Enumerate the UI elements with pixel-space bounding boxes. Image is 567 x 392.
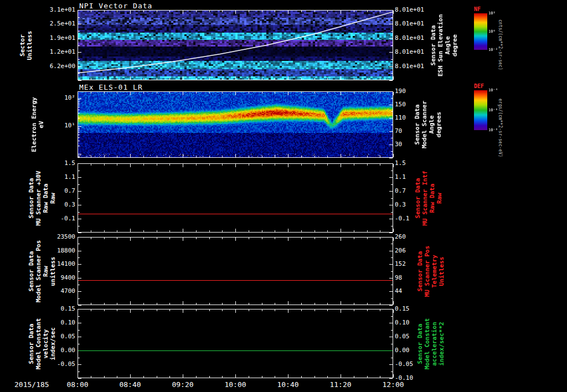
model-scanner-pos-right-tick-label: 260 — [395, 234, 406, 240]
axis-tick — [143, 92, 144, 94]
axis-tick — [169, 238, 170, 239]
npi-right-axis-title: Sensor Data — [430, 10, 436, 80]
axis-tick — [389, 278, 393, 278]
axis-tick — [157, 303, 157, 305]
axis-tick — [209, 230, 210, 232]
axis-tick — [380, 156, 380, 157]
axis-tick — [222, 164, 223, 166]
colorbar-def-units: ergs/(cm**2-sr-sec-eV) — [497, 86, 503, 169]
model-constant-velocity-left-axis-title: Sensor Data — [28, 309, 34, 378]
axis-tick — [169, 92, 170, 94]
axis-tick — [222, 238, 223, 239]
axis-tick — [288, 310, 288, 313]
axis-tick — [288, 76, 288, 80]
model-constant-velocity-right-tick-label: 0.10 — [395, 319, 410, 326]
colorbar-nf-label: NF — [474, 6, 481, 12]
axis-tick — [78, 99, 81, 99]
axis-tick — [391, 212, 393, 213]
axis-tick — [143, 238, 144, 239]
mu-scanner-30v-right-axis-title: MU Scanner Intf — [421, 163, 428, 233]
axis-tick — [262, 156, 262, 157]
axis-tick — [235, 92, 236, 95]
axis-tick — [391, 31, 393, 32]
axis-tick — [78, 257, 80, 258]
model-scanner-pos-plot-area[interactable] — [78, 237, 393, 305]
axis-tick — [169, 156, 170, 157]
axis-tick — [391, 358, 393, 358]
axis-tick — [389, 118, 393, 118]
model-scanner-pos-left-axis-title: Model Scanner Pos — [35, 237, 42, 305]
mu-scanner-30v-plot-area[interactable] — [78, 163, 393, 233]
axis-tick — [389, 145, 393, 145]
npi-left-tick-label: 3.1e+01 — [33, 7, 75, 13]
axis-tick — [157, 238, 157, 239]
axis-tick — [315, 303, 315, 305]
axis-tick — [78, 316, 80, 317]
axis-tick — [354, 230, 354, 232]
model-scanner-pos-right-axis-title: Sensor Data — [416, 237, 423, 305]
axis-tick — [235, 301, 236, 305]
axis-tick — [78, 38, 81, 39]
axis-tick — [367, 78, 368, 80]
axis-tick — [235, 229, 236, 232]
npi-right-axis-title: degree — [451, 10, 458, 80]
axis-tick — [222, 376, 223, 378]
axis-tick — [262, 310, 262, 311]
axis-tick — [104, 78, 105, 80]
axis-tick — [367, 376, 368, 378]
axis-tick — [196, 230, 197, 232]
axis-tick — [91, 78, 91, 80]
axis-tick — [391, 198, 393, 199]
axis-tick — [288, 154, 288, 157]
axis-tick — [249, 303, 249, 305]
npi-plot-area[interactable] — [78, 10, 393, 80]
mu-scanner-30v-left-axis-title: Sensor Data — [28, 163, 34, 233]
axis-tick — [78, 52, 81, 53]
axis-tick — [91, 230, 91, 232]
axis-tick — [393, 310, 394, 313]
axis-tick — [249, 310, 249, 311]
axis-tick — [130, 301, 131, 305]
mu-scanner-30v-right-axis-title: Sensor Data — [414, 163, 421, 233]
axis-tick — [78, 177, 81, 178]
axis-tick — [157, 11, 157, 12]
axis-tick — [301, 238, 302, 239]
axis-tick — [288, 11, 288, 14]
axis-tick — [389, 305, 393, 306]
axis-tick — [78, 146, 80, 146]
axis-tick — [301, 156, 302, 157]
panel-title-els: MEx ELS-01 LR — [79, 83, 143, 91]
axis-tick — [78, 164, 78, 167]
axis-tick — [157, 78, 157, 80]
axis-tick — [354, 238, 354, 239]
axis-tick — [391, 184, 393, 185]
axis-tick — [78, 141, 80, 141]
axis-tick — [301, 376, 302, 378]
axis-tick — [301, 92, 302, 94]
els-plot-area[interactable] — [78, 91, 393, 158]
axis-tick — [222, 310, 223, 311]
axis-tick — [78, 156, 80, 156]
axis-tick — [367, 303, 368, 305]
axis-tick — [354, 303, 354, 305]
axis-tick — [288, 92, 288, 95]
axis-tick — [380, 78, 380, 80]
axis-tick — [78, 59, 80, 60]
model-constant-velocity-plot-area[interactable] — [78, 309, 393, 378]
axis-tick — [130, 238, 131, 241]
axis-tick — [275, 92, 275, 94]
axis-tick — [389, 309, 393, 310]
axis-tick — [209, 78, 210, 80]
axis-tick — [196, 164, 197, 166]
axis-tick — [130, 11, 131, 14]
axis-tick — [78, 66, 81, 67]
axis-tick — [249, 164, 249, 166]
axis-tick — [78, 233, 81, 233]
axis-tick — [130, 76, 131, 80]
axis-tick — [391, 298, 393, 299]
axis-tick — [78, 364, 81, 365]
axis-tick — [391, 59, 393, 60]
axis-tick — [354, 78, 354, 80]
time-tick-label: 12:00 — [378, 380, 409, 389]
axis-tick — [117, 156, 117, 157]
